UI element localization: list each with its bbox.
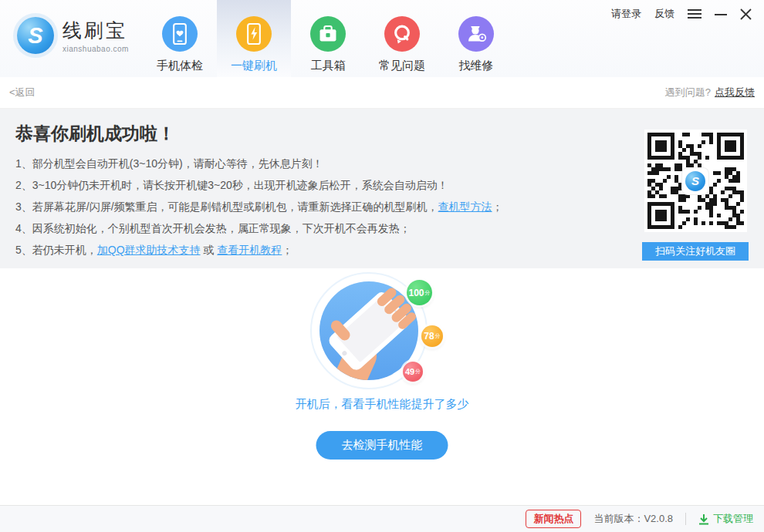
tip-line-5: 5、若仍未开机，加QQ群求助技术支持 或 查看开机教程； [15, 239, 637, 261]
nav-tab-toolbox[interactable]: 工具箱 [291, 0, 365, 77]
brand-logo: S 线刷宝 xianshuabao.com [17, 17, 129, 54]
check-model-link[interactable]: 查机型方法 [438, 200, 492, 213]
tip-line-3: 3、若屏幕花屏/闪屏/频繁重启，可能是刷错机型或刷机包，请重新选择正确的机型刷机… [15, 196, 637, 217]
qr-center-logo: S [682, 168, 708, 194]
toolbox-icon [310, 16, 346, 52]
nav-label: 工具箱 [311, 59, 346, 73]
result-title: 恭喜你刷机成功啦！ [15, 122, 749, 146]
brand-name: 线刷宝 [63, 18, 129, 43]
brand-logo-icon: S [17, 17, 54, 54]
close-icon[interactable] [740, 8, 752, 20]
score-badge-78: 78分 [421, 325, 443, 347]
window-controls: 请登录 反馈 [611, 7, 752, 21]
subheader: <返回 遇到问题?点我反馈 [0, 77, 764, 109]
minimize-icon[interactable] [715, 8, 727, 19]
version-label: 当前版本：V2.0.8 [593, 512, 673, 526]
score-badge-49: 49分 [403, 362, 423, 382]
qq-group-link[interactable]: 加QQ群求助技术支持 [97, 244, 201, 256]
brand-text: 线刷宝 xianshuabao.com [63, 18, 129, 53]
news-hotspot-button[interactable]: 新闻热点 [526, 510, 581, 528]
boot-tutorial-link[interactable]: 查看开机教程 [217, 244, 282, 256]
qr-caption[interactable]: 扫码关注好机友圈 [642, 242, 749, 261]
nav-tab-faq[interactable]: 常见问题 [365, 0, 439, 77]
back-link[interactable]: <返回 [9, 86, 35, 99]
problem-area: 遇到问题?点我反馈 [665, 86, 755, 99]
tips-list: 1、部分机型会自动开机(3~10分钟)，请耐心等待，先休息片刻！ 2、3~10分… [15, 153, 749, 261]
feedback-link[interactable]: 反馈 [654, 7, 674, 21]
click-feedback-link[interactable]: 点我反馈 [715, 86, 755, 98]
footer-divider [685, 513, 686, 525]
app-window: S 线刷宝 xianshuabao.com 手机体检 [0, 0, 764, 532]
app-header: S 线刷宝 xianshuabao.com 手机体检 [0, 0, 764, 77]
app-footer: 新闻热点 当前版本：V2.0.8 下载管理 [0, 505, 764, 532]
performance-hint: 开机后，看看手机性能提升了多少 [0, 397, 764, 412]
nav-label: 一键刷机 [231, 59, 277, 73]
phone-checkup-icon [162, 16, 198, 52]
nav-label: 手机体检 [157, 59, 203, 73]
nav-label: 找维修 [459, 59, 494, 73]
performance-section: 100分 78分 49分 开机后，看看手机性能提升了多少 去检测手机性能 [0, 268, 764, 505]
download-label: 下载管理 [713, 512, 753, 526]
login-link[interactable]: 请登录 [611, 7, 641, 21]
brand-domain: xianshuabao.com [63, 45, 129, 53]
qr-code: S [644, 130, 747, 232]
main-nav: 手机体检 一键刷机 工 [143, 0, 513, 77]
repair-icon [458, 16, 494, 52]
test-performance-button[interactable]: 去检测手机性能 [316, 431, 448, 460]
tip-line-1: 1、部分机型会自动开机(3~10分钟)，请耐心等待，先休息片刻！ [15, 153, 637, 174]
nav-tab-phone-checkup[interactable]: 手机体检 [143, 0, 217, 77]
tip-line-4: 4、因系统初始化，个别机型首次开机会发热，属正常现象，下次开机不会再发热； [15, 217, 637, 239]
tip-line-2: 2、3~10分钟仍未开机时，请长按开机键3~20秒，出现开机迹象后松开，系统会自… [15, 174, 637, 196]
problem-text: 遇到问题? [665, 86, 711, 98]
nav-label: 常见问题 [379, 59, 425, 73]
flash-result-section: 恭喜你刷机成功啦！ 1、部分机型会自动开机(3~10分钟)，请耐心等待，先休息片… [0, 109, 764, 268]
download-manager-button[interactable]: 下载管理 [698, 512, 753, 526]
score-badge-100: 100分 [407, 280, 432, 305]
menu-icon[interactable] [688, 8, 701, 19]
faq-icon [384, 16, 420, 52]
download-icon [698, 513, 709, 525]
nav-tab-one-key-flash[interactable]: 一键刷机 [217, 0, 291, 77]
one-key-flash-icon [236, 16, 272, 52]
qr-block: S 扫码关注好机友圈 [642, 130, 749, 261]
nav-tab-repair[interactable]: 找维修 [439, 0, 513, 77]
